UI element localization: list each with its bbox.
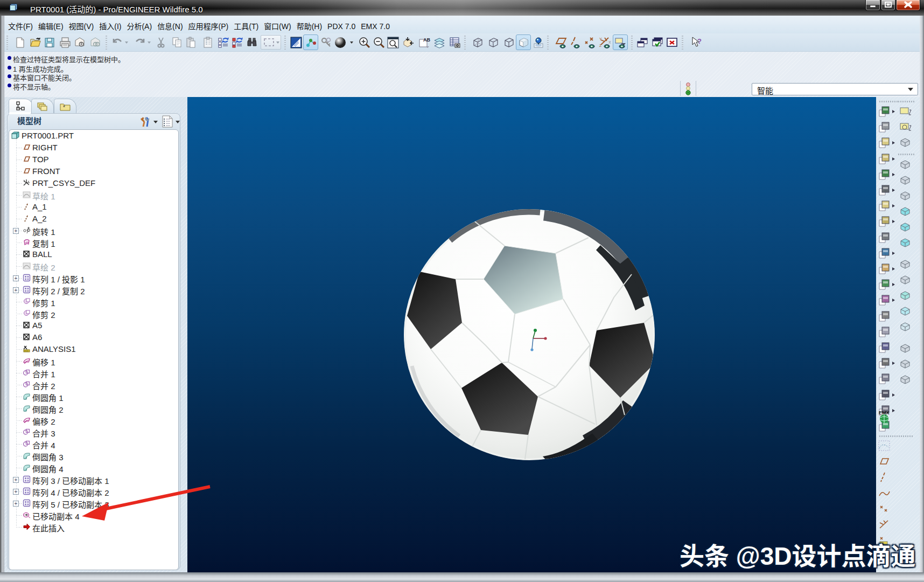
svg-text:Z: Z (599, 44, 602, 47)
svg-text:*: * (63, 105, 65, 110)
svg-text:?: ? (697, 37, 702, 45)
svg-text:X: X (608, 40, 611, 44)
svg-text:Y: Y (599, 37, 602, 41)
svg-text:AB: AB (423, 37, 430, 43)
